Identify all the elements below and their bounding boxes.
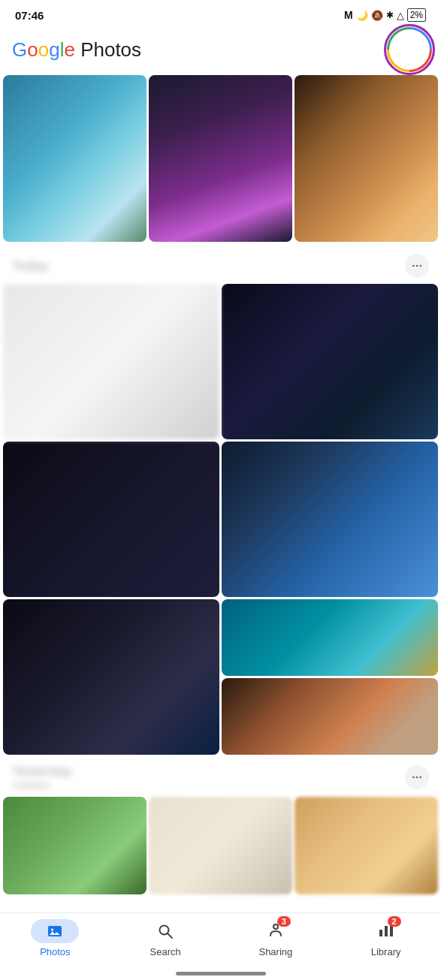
photo-thumb-2[interactable] xyxy=(149,75,292,242)
memory-photo-6[interactable] xyxy=(222,599,438,676)
memory-photo-7[interactable] xyxy=(222,678,438,755)
bottom-photo-3[interactable] xyxy=(295,797,438,894)
main-content: Today xyxy=(0,72,441,912)
logo-g: G xyxy=(12,38,27,61)
svg-line-9 xyxy=(168,933,172,938)
memory-photo-4[interactable] xyxy=(3,599,219,755)
mem-right-col2 xyxy=(222,599,438,755)
library-badge-container: 2 xyxy=(377,921,395,942)
avatar-rainbow-ring xyxy=(387,27,432,72)
nav-icon-search-wrap xyxy=(141,919,189,943)
home-indicator xyxy=(176,972,266,975)
section-label-1: Today xyxy=(12,258,48,274)
nav-icon-library-wrap: 2 xyxy=(362,919,410,943)
status-icons: M 🌙 🔕 ✱ △ 2% xyxy=(344,8,426,22)
photo-thumb-1[interactable] xyxy=(3,75,146,242)
memory-photo-3[interactable] xyxy=(222,442,438,597)
nav-label-sharing: Sharing xyxy=(258,946,292,957)
battery-icon: 2% xyxy=(407,8,426,22)
svg-point-1 xyxy=(416,265,418,267)
bottom-photo-2[interactable] xyxy=(149,797,292,894)
memories-grid xyxy=(0,284,441,755)
logo-g2: g xyxy=(49,38,59,61)
app-title: Google Photos xyxy=(12,38,141,62)
sharing-badge: 3 xyxy=(277,916,291,927)
bottom-photos-row xyxy=(0,797,441,894)
bluetooth-icon: ✱ xyxy=(386,10,394,20)
nav-label-photos: Photos xyxy=(40,946,70,957)
svg-point-5 xyxy=(419,776,421,779)
nav-item-sharing[interactable]: 3 Sharing xyxy=(221,919,331,957)
nav-label-search: Search xyxy=(150,946,181,957)
more-icon xyxy=(411,260,423,272)
memory-photo-2[interactable] xyxy=(222,284,438,439)
photo-thumb-3[interactable] xyxy=(295,75,438,242)
svg-point-10 xyxy=(273,924,278,929)
mem-col-left xyxy=(3,284,219,597)
svg-point-0 xyxy=(412,265,415,267)
nav-icon-photos-wrap xyxy=(31,919,79,943)
memories-row xyxy=(3,284,438,597)
memory-photo-5[interactable] xyxy=(3,442,219,597)
nav-item-search[interactable]: Search xyxy=(110,919,221,957)
nav-icon-sharing-wrap: 3 xyxy=(252,919,300,943)
nav-item-photos[interactable]: Photos xyxy=(0,919,110,957)
section2-text: Yesterday 3 photos xyxy=(12,764,71,791)
svg-rect-12 xyxy=(385,926,388,936)
svg-rect-11 xyxy=(379,930,382,936)
section-action-button-1[interactable] xyxy=(405,254,429,278)
mute-icon: 🔕 xyxy=(371,10,383,21)
svg-point-2 xyxy=(419,265,421,267)
status-bar: 07:46 M 🌙 🔕 ✱ △ 2% xyxy=(0,0,441,27)
svg-point-3 xyxy=(412,776,415,779)
moon-icon: 🌙 xyxy=(356,10,368,21)
section-sublabel-2: 3 photos xyxy=(12,779,71,791)
email-icon: M xyxy=(344,9,353,21)
section-header-2: Yesterday 3 photos xyxy=(0,755,441,797)
sharing-badge-container: 3 xyxy=(267,921,285,942)
account-avatar-button[interactable]: S xyxy=(390,30,429,69)
mem-col-right xyxy=(222,284,438,597)
nav-label-library: Library xyxy=(371,946,401,957)
bottom-photo-1[interactable] xyxy=(3,797,146,894)
photos-text: Photos xyxy=(80,38,141,61)
photos-icon xyxy=(46,922,64,940)
app-header: Google Photos S xyxy=(0,27,441,72)
battery-level: 2% xyxy=(410,10,423,20)
logo-e: e xyxy=(64,38,74,61)
section-label-2: Yesterday xyxy=(12,764,71,779)
memories-row-2 xyxy=(3,599,438,755)
bottom-navigation: Photos Search 3 Sharing xyxy=(0,912,441,980)
section-action-button-2[interactable] xyxy=(405,765,429,789)
search-icon xyxy=(156,922,174,940)
recent-photos-row xyxy=(0,72,441,245)
library-badge: 2 xyxy=(388,916,401,927)
svg-point-7 xyxy=(51,929,53,931)
section-header-1: Today xyxy=(0,245,441,284)
nav-item-library[interactable]: 2 Library xyxy=(331,919,441,957)
svg-point-4 xyxy=(416,776,418,779)
wifi-icon: △ xyxy=(397,10,404,21)
more-icon-2 xyxy=(411,771,423,783)
logo-o2: o xyxy=(38,38,49,61)
memory-photo-1[interactable] xyxy=(3,284,219,439)
status-time: 07:46 xyxy=(15,9,44,22)
logo-o1: o xyxy=(27,38,38,61)
